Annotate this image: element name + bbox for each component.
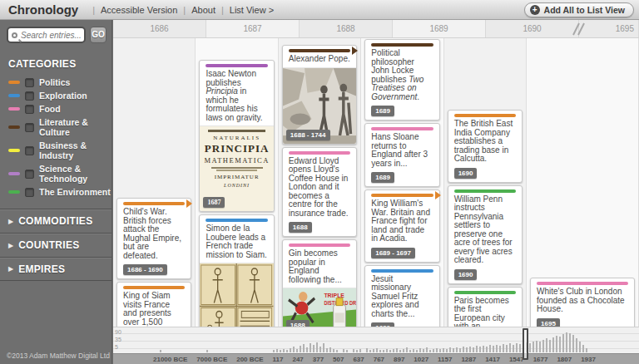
histogram-bar — [323, 343, 324, 352]
histogram-bar — [569, 333, 571, 352]
event-card[interactable]: Paris becomes the first European city wi… — [448, 287, 523, 327]
histogram-bar — [373, 349, 374, 352]
histogram-bar — [576, 338, 577, 352]
timeline-break-icon — [571, 22, 586, 37]
histogram-bar — [516, 343, 518, 352]
expand-arrow-icon: ▶ — [8, 218, 13, 225]
histogram-bar — [459, 348, 461, 352]
category-bar — [289, 49, 350, 52]
timeline-column-1688: Alexander Pope. 1688 - 1744 — [279, 38, 361, 327]
x-axis-label: 117 — [273, 356, 284, 363]
x-axis-label: 1287 — [461, 356, 476, 363]
event-card[interactable]: Edward Lloyd opens Lloyd's Coffee House … — [282, 147, 357, 238]
event-card[interactable]: White's Club in London founded as a Choc… — [530, 278, 635, 327]
category-checkbox[interactable] — [25, 146, 34, 155]
date-badge: 1689 — [371, 172, 394, 183]
category-checkbox[interactable] — [25, 188, 34, 197]
section-label: EMPIRES — [18, 263, 65, 275]
search-input[interactable] — [21, 31, 81, 40]
search-box[interactable] — [7, 27, 86, 43]
category-bar — [123, 286, 185, 289]
histogram-bar — [326, 348, 328, 352]
search-go-button[interactable]: GO — [90, 27, 106, 43]
category-checkbox[interactable] — [25, 123, 34, 132]
histogram-bar — [206, 350, 208, 352]
gin-advert-image: TRIPLE DISTILLED DRY 1688 — [283, 288, 356, 327]
year-header-1690: 1690 — [486, 20, 579, 37]
histogram-bar — [403, 349, 404, 352]
timeline-scrubber[interactable]: 90 35 5 21000 BCE7000 BCE200 BCE11724737… — [113, 327, 639, 364]
histogram-bar — [469, 347, 471, 352]
link-accessible-version[interactable]: Accessible Version — [101, 5, 177, 15]
add-all-to-list-view-button[interactable]: + Add All to List View — [524, 2, 634, 17]
category-filter-business-industry[interactable]: Business & Industry — [0, 139, 111, 162]
event-card[interactable]: Isaac Newton publishes Principia in whic… — [199, 60, 274, 212]
category-checkbox[interactable] — [25, 91, 34, 101]
link-about[interactable]: About — [191, 5, 215, 15]
histogram-bar — [396, 348, 398, 352]
event-card[interactable]: Alexander Pope. 1688 - 1744 — [282, 45, 357, 145]
histogram-bar — [386, 349, 388, 352]
x-axis-label: 767 — [374, 356, 384, 363]
category-label: Food — [39, 104, 61, 114]
x-axis-label: 247 — [292, 356, 303, 363]
category-label: The Environment — [39, 187, 111, 197]
event-card[interactable]: Political philosopher John Locke publish… — [364, 39, 439, 121]
year-header: 1686 1687 1688 1689 1690 1695 — [113, 20, 639, 38]
histogram-bar — [456, 347, 458, 352]
category-filter-science-technology[interactable]: Science & Technology — [0, 162, 111, 185]
category-filter-the-environment[interactable]: The Environment — [0, 185, 111, 199]
event-card[interactable]: Simon de la Loubere leads a French trade… — [199, 214, 274, 327]
category-bar — [123, 202, 185, 205]
histogram-bar — [559, 337, 561, 352]
sidebar-section-commodities[interactable]: ▶COMMODITIES — [0, 209, 111, 233]
date-badge: 1688 — [289, 222, 312, 233]
column-spacer — [527, 38, 638, 278]
category-filter-politics[interactable]: Politics — [0, 76, 111, 89]
plus-circle-icon: + — [530, 5, 540, 15]
event-card[interactable]: Hans Sloane returns to England after 3 y… — [364, 123, 439, 187]
event-card[interactable]: King of Siam visits France and presents … — [116, 282, 191, 327]
category-bar — [206, 64, 267, 67]
date-badge: 1686 - 1690 — [123, 264, 167, 275]
category-checkbox[interactable] — [25, 105, 34, 114]
event-card[interactable]: The British East India Company establish… — [448, 110, 523, 183]
histogram-bar — [313, 345, 315, 352]
histogram-bar — [286, 350, 288, 352]
event-card[interactable]: Child's War. British forces attack the M… — [116, 198, 191, 279]
category-filter-literature-culture[interactable]: Literature & Culture — [0, 116, 111, 139]
sidebar-section-countries[interactable]: ▶COUNTRIES — [0, 233, 111, 257]
histogram-bar — [446, 349, 448, 352]
category-bar — [371, 194, 433, 197]
event-card[interactable]: William Penn instructs Pennsylvania sett… — [448, 185, 523, 284]
histogram-bar — [376, 348, 378, 352]
frequency-histogram[interactable]: 90 35 5 — [113, 327, 639, 354]
histogram-bar — [353, 349, 354, 352]
link-list-view[interactable]: List View > — [230, 5, 274, 15]
category-checkbox[interactable] — [25, 170, 34, 179]
histogram-bar — [273, 350, 275, 352]
viewport-slider-handle[interactable] — [523, 328, 528, 360]
category-label: Politics — [39, 77, 70, 87]
histogram-bar — [276, 349, 278, 352]
sidebar-section-empires[interactable]: ▶EMPIRES — [0, 257, 111, 281]
timeline-canvas[interactable]: Child's War. British forces attack the M… — [113, 38, 639, 327]
histogram-bar — [413, 349, 414, 352]
event-card[interactable]: King William's War. Britain and France f… — [364, 189, 439, 263]
category-checkbox[interactable] — [25, 78, 34, 87]
category-filter-exploration[interactable]: Exploration — [0, 89, 111, 102]
histogram-bar — [329, 347, 331, 352]
category-filter-food[interactable]: Food — [0, 102, 111, 116]
column-spacer — [279, 38, 360, 45]
category-color-swatch — [8, 107, 20, 111]
event-card[interactable]: Jesuit missionary Samuel Fritz explores … — [364, 265, 439, 327]
section-label: COUNTRIES — [18, 239, 79, 251]
date-badge: 1689 - 1697 — [371, 248, 415, 258]
event-title: Alexander Pope. — [289, 55, 350, 64]
span-arrow-icon — [352, 47, 358, 55]
histogram-bar — [483, 346, 484, 352]
date-badge: 1689 — [371, 106, 394, 116]
category-bar — [289, 151, 350, 155]
event-card[interactable]: Gin becomes popular in England following… — [282, 239, 357, 327]
histogram-bar — [466, 347, 468, 352]
